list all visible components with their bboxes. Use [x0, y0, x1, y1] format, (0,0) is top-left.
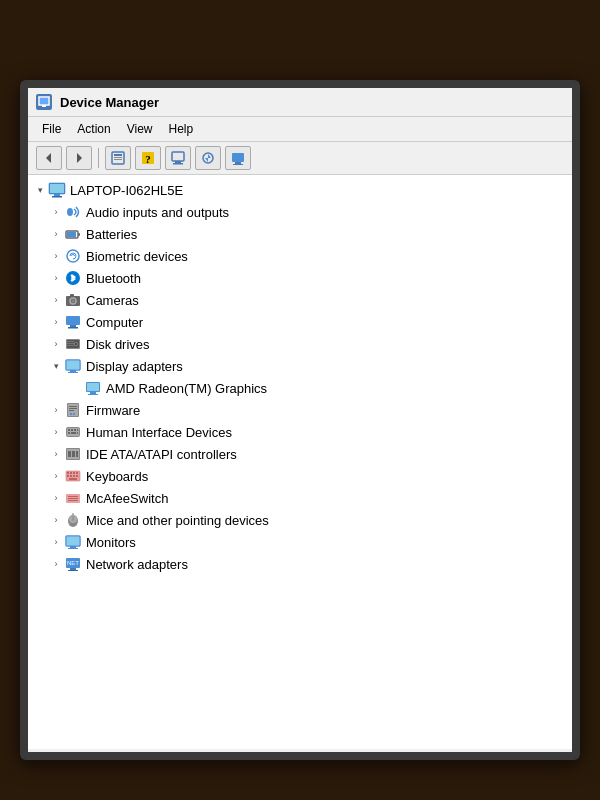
help-button[interactable]: ?: [135, 146, 161, 170]
tree-root[interactable]: ▾ LAPTOP-I062HL5E: [28, 179, 572, 201]
display-label: Display adapters: [86, 359, 183, 374]
scan-hardware-button[interactable]: [165, 146, 191, 170]
list-item[interactable]: › Batteries: [28, 223, 572, 245]
cameras-expander[interactable]: ›: [48, 292, 64, 308]
menu-help[interactable]: Help: [163, 120, 200, 138]
forward-button[interactable]: [66, 146, 92, 170]
svg-rect-54: [69, 406, 77, 407]
biometric-icon: [64, 247, 82, 265]
svg-rect-43: [67, 345, 74, 346]
amd-label: AMD Radeon(TM) Graphics: [106, 381, 267, 396]
list-item[interactable]: › Disk drives: [28, 333, 572, 355]
firmware-expander[interactable]: ›: [48, 402, 64, 418]
svg-marker-16: [205, 158, 208, 162]
list-item[interactable]: › McAfeeSwitch: [28, 487, 572, 509]
svg-rect-2: [42, 105, 46, 107]
window-title: Device Manager: [60, 95, 159, 110]
hid-expander[interactable]: ›: [48, 424, 64, 440]
batteries-expander[interactable]: ›: [48, 226, 64, 242]
back-button[interactable]: [36, 146, 62, 170]
toolbar-separator-1: [98, 148, 99, 168]
list-item[interactable]: › Computer: [28, 311, 572, 333]
list-item[interactable]: › Bluetooth: [28, 267, 572, 289]
svg-rect-18: [235, 162, 241, 164]
network-expander[interactable]: ›: [48, 556, 64, 572]
ide-label: IDE ATA/ATAPI controllers: [86, 447, 237, 462]
svg-point-24: [67, 208, 73, 216]
cameras-label: Cameras: [86, 293, 139, 308]
properties-button[interactable]: [105, 146, 131, 170]
svg-rect-46: [70, 370, 76, 372]
bluetooth-label: Bluetooth: [86, 271, 141, 286]
tree-view[interactable]: ▾ LAPTOP-I062HL5E ›: [28, 175, 572, 749]
svg-rect-81: [76, 475, 78, 477]
svg-rect-96: [70, 568, 76, 570]
svg-marker-4: [77, 153, 82, 163]
list-item[interactable]: › Monitors: [28, 531, 572, 553]
ide-icon: [64, 445, 82, 463]
menu-bar: File Action View Help: [28, 117, 572, 142]
svg-rect-72: [76, 451, 78, 457]
root-expander[interactable]: ▾: [32, 182, 48, 198]
svg-rect-85: [68, 498, 78, 499]
svg-rect-64: [77, 429, 78, 431]
list-item[interactable]: › NET Network adapters: [28, 553, 572, 575]
root-label: LAPTOP-I062HL5E: [70, 183, 183, 198]
computer-label: Computer: [86, 315, 143, 330]
svg-rect-74: [67, 472, 69, 474]
svg-marker-15: [208, 154, 211, 158]
mice-expander[interactable]: ›: [48, 512, 64, 528]
display-expander[interactable]: ▾: [48, 358, 64, 374]
device-manager-icon: [36, 94, 52, 110]
biometric-expander[interactable]: ›: [48, 248, 64, 264]
svg-rect-82: [69, 478, 77, 480]
list-item[interactable]: › Firmware: [28, 399, 572, 421]
svg-rect-12: [175, 161, 181, 163]
mcafee-label: McAfeeSwitch: [86, 491, 168, 506]
bluetooth-expander[interactable]: ›: [48, 270, 64, 286]
disk-expander[interactable]: ›: [48, 336, 64, 352]
svg-rect-97: [68, 570, 78, 571]
display-icon: [64, 357, 82, 375]
screen: Device Manager File Action View Help: [28, 88, 572, 752]
batteries-label: Batteries: [86, 227, 137, 242]
list-item[interactable]: › Human Interface Devices: [28, 421, 572, 443]
svg-rect-42: [67, 343, 74, 344]
list-item[interactable]: › Cameras: [28, 289, 572, 311]
monitors-expander[interactable]: ›: [48, 534, 64, 550]
monitor-frame: Device Manager File Action View Help: [20, 80, 580, 760]
list-item[interactable]: › Biometric devices: [28, 245, 572, 267]
menu-file[interactable]: File: [36, 120, 67, 138]
menu-view[interactable]: View: [121, 120, 159, 138]
keyboard-icon: [64, 467, 82, 485]
svg-rect-65: [68, 432, 70, 434]
audio-expander[interactable]: ›: [48, 204, 64, 220]
firmware-label: Firmware: [86, 403, 140, 418]
svg-rect-71: [72, 451, 75, 457]
mice-label: Mice and other pointing devices: [86, 513, 269, 528]
mcafee-expander[interactable]: ›: [48, 490, 64, 506]
svg-rect-90: [72, 513, 74, 516]
list-item[interactable]: › Mice and other pointing devices: [28, 509, 572, 531]
device-manager-button[interactable]: [225, 146, 251, 170]
list-item[interactable]: › IDE ATA/ATAPI controllers: [28, 443, 572, 465]
svg-rect-63: [74, 429, 76, 431]
list-item[interactable]: › Keyboards: [28, 465, 572, 487]
ide-expander[interactable]: ›: [48, 446, 64, 462]
menu-action[interactable]: Action: [71, 120, 116, 138]
list-item[interactable]: › Audio inputs and outputs: [28, 201, 572, 223]
monitors-icon: [64, 533, 82, 551]
svg-rect-94: [68, 548, 78, 549]
update-driver-button[interactable]: [195, 146, 221, 170]
disk-icon: [64, 335, 82, 353]
svg-rect-92: [67, 537, 79, 545]
svg-rect-57: [70, 413, 72, 415]
list-item[interactable]: › AMD Radeon(TM) Graphics: [28, 377, 572, 399]
hid-label: Human Interface Devices: [86, 425, 232, 440]
svg-rect-62: [71, 429, 73, 431]
computer-expander[interactable]: ›: [48, 314, 64, 330]
list-item[interactable]: ▾ Display adapters: [28, 355, 572, 377]
svg-rect-13: [173, 163, 183, 165]
keyboards-expander[interactable]: ›: [48, 468, 64, 484]
firmware-icon: [64, 401, 82, 419]
